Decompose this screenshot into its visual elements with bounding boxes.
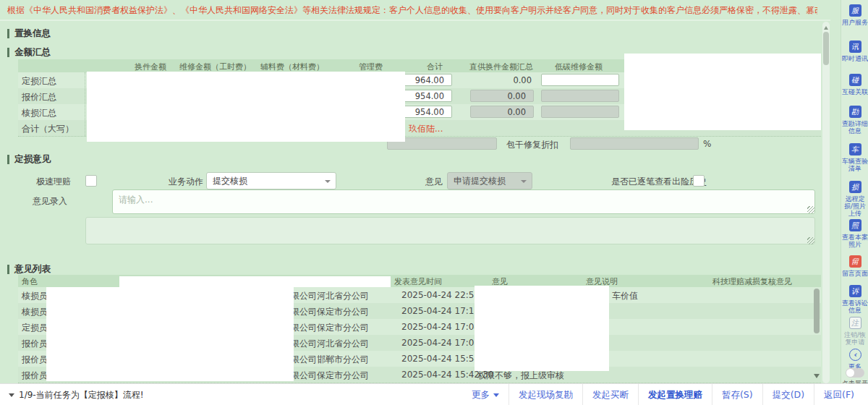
sidebar-expand-toggle[interactable] [846, 368, 864, 378]
verify-direct-supply-input [470, 106, 534, 118]
claims-workbench: 根据《中华人民共和国消费者权益保护法》、《中华人民共和国网络安全法》等相关法律法… [0, 0, 868, 405]
company-cell: 有限公司河北省分公司 [282, 338, 369, 350]
opinion-entry-textarea[interactable] [112, 189, 815, 214]
amount-in-words-value: 玖佰陆... [409, 123, 443, 135]
divider [0, 20, 830, 21]
redaction-box [46, 287, 294, 381]
vehicle-checklist-icon: 车 [849, 143, 861, 155]
desc-cell: 权限不够，报上级审核 [477, 370, 564, 382]
redaction-box [87, 72, 405, 142]
initiate-buyout-button[interactable]: 发起买断 [582, 384, 638, 405]
role-cell: 核损员 [22, 290, 48, 302]
scroll-down-icon[interactable] [814, 374, 820, 381]
row-label: 定损汇总 [22, 75, 56, 88]
main-scrollbar-thumb[interactable] [823, 32, 829, 65]
chat-icon: 讯 [849, 40, 861, 53]
company-cell: 有限公司邯郸市分公司 [282, 354, 369, 366]
survey-detail-icon: 勘 [849, 106, 861, 118]
task-status-text: 1/9-当前任务为【定报核】流程! [19, 389, 143, 401]
right-sidebar: 服 用户服务 讯 即时通讯 碰 互碰关联 勘 查勘详细信息 车 车辆查验清单 损… [841, 0, 868, 383]
history-check-checkbox[interactable] [693, 175, 705, 187]
sidebar-item-case-photos[interactable]: 照 查看本案照片 [841, 219, 868, 248]
sidebar-item-survey-detail[interactable]: 勘 查勘详细信息 [841, 106, 868, 135]
company-cell: 有限公司保定市分公司 [282, 370, 369, 382]
submit-button[interactable]: 提交(D) [762, 384, 814, 405]
sidebar-item-litigation-info[interactable]: 诉 查看诉讼信息 [841, 285, 868, 314]
caret-down-icon [493, 393, 499, 400]
sidebar-item-remote-loss-photo-upload[interactable]: 损 远程定损/照片上传 [841, 181, 868, 217]
express-claim-checkbox[interactable] [85, 175, 97, 187]
section-title: 置换信息 [14, 27, 51, 40]
collision-link-icon: 碰 [849, 74, 861, 86]
table-column-divider [85, 72, 85, 136]
business-action-label: 业务动作 [169, 176, 203, 188]
footer-bar: 1/9-当前任务为【定报核】流程! 更多 发起现场复勘 发起买断 发起置换理赔 … [0, 383, 868, 405]
loss-low-carbon-input[interactable] [541, 74, 619, 86]
percent-sign: % [703, 139, 711, 149]
col-management-fee: 管理费 [359, 61, 383, 72]
privacy-warning-text: 根据《中华人民共和国消费者权益保护法》、《中华人民共和国网络安全法》等相关法律法… [7, 4, 817, 17]
section-title: 金额汇总 [14, 46, 51, 59]
redaction-box [475, 286, 609, 371]
verify-low-carbon-input [541, 106, 619, 118]
opinion-entry-label: 意见录入 [33, 195, 67, 208]
section-bar [7, 265, 9, 274]
company-cell: 有限公司保定市分公司 [282, 322, 369, 334]
save-draft-button[interactable]: 暂存(S) [712, 384, 762, 405]
opinion-select[interactable]: 申请提交核损 [447, 172, 532, 189]
opinion-value: 申请提交核损 [454, 176, 506, 186]
business-action-select[interactable]: 提交核损 [206, 172, 336, 189]
role-cell: 定损员 [22, 322, 48, 334]
section-bar [7, 155, 9, 164]
message-icon: 留 [849, 255, 861, 268]
section-amount-summary: 金额汇总 [7, 46, 51, 59]
cancel-restore-icon: 注 [849, 317, 861, 329]
sidebar-item-user-service[interactable]: 服 用户服务 [841, 4, 868, 26]
col-parts-amount: 换件金额 [135, 61, 166, 72]
row-label: 合计（大写） [22, 123, 74, 135]
initiate-replacement-claim-button[interactable]: 发起置换理赔 [638, 384, 712, 405]
sidebar-item-cancel-restore[interactable]: 注 注销/恢复申请 [841, 317, 868, 346]
role-cell: 报价员 [22, 338, 48, 350]
col-role: 角色 [22, 276, 38, 287]
case-photos-icon: 照 [849, 219, 861, 231]
opinion-label: 意见 [425, 176, 443, 188]
sidebar-item-message-page[interactable]: 留 留言页面 [841, 255, 868, 277]
sidebar-item-vehicle-checklist[interactable]: 车 车辆查验清单 [841, 143, 868, 172]
back-button[interactable]: 返回(F) [814, 384, 864, 405]
section-bar [7, 48, 9, 57]
quote-low-carbon-input [541, 90, 619, 102]
litigation-icon: 诉 [849, 285, 861, 297]
sidebar-item-instant-messaging[interactable]: 讯 即时通讯 [841, 40, 868, 62]
redaction-box [119, 276, 391, 287]
section-swap-info: 置换信息 [7, 27, 51, 40]
sidebar-item-collision-link[interactable]: 碰 互碰关联 [841, 74, 868, 95]
resize-grip-icon[interactable] [807, 237, 814, 244]
task-status[interactable]: 1/9-当前任务为【定报核】流程! [9, 384, 143, 405]
row-label: 报价汇总 [22, 91, 56, 103]
resize-grip-icon[interactable] [807, 206, 814, 213]
more-button[interactable]: 更多 [462, 384, 509, 405]
initiate-site-resurvey-button[interactable]: 发起现场复勘 [509, 384, 582, 405]
chevron-down-icon [521, 180, 527, 183]
section-loss-opinion: 定损意见 [7, 153, 51, 166]
express-claim-label: 极速理赔 [36, 176, 71, 188]
footer-buttons: 更多 发起现场复勘 发起买断 发起置换理赔 暂存(S) 提交(D) 返回(F) [462, 384, 864, 405]
role-cell: 报价员 [22, 354, 48, 366]
col-low-carbon-amount: 低碳维修金额 [555, 61, 603, 72]
user-service-icon: 服 [849, 4, 861, 17]
section-title: 定损意见 [14, 153, 51, 166]
sidebar-item-more[interactable]: ‹ 更多 [841, 349, 868, 370]
toggle-knob [846, 369, 854, 377]
opinion-display-area [85, 217, 815, 244]
col-direct-supply-total: 直供换件金额汇总 [469, 61, 533, 72]
scroll-up-icon[interactable] [824, 24, 828, 30]
quote-direct-supply-input [470, 90, 534, 102]
company-cell: 有限公司河北省分公司 [282, 290, 369, 302]
main-scrollbar-track[interactable] [822, 22, 830, 383]
opinion-list-scrollbar-thumb[interactable] [814, 289, 820, 333]
col-time: 发表意见时间 [394, 276, 442, 287]
business-action-value: 提交核损 [213, 176, 247, 186]
more-chevron-icon: ‹ [849, 349, 861, 361]
role-cell: 报价员 [22, 370, 48, 382]
